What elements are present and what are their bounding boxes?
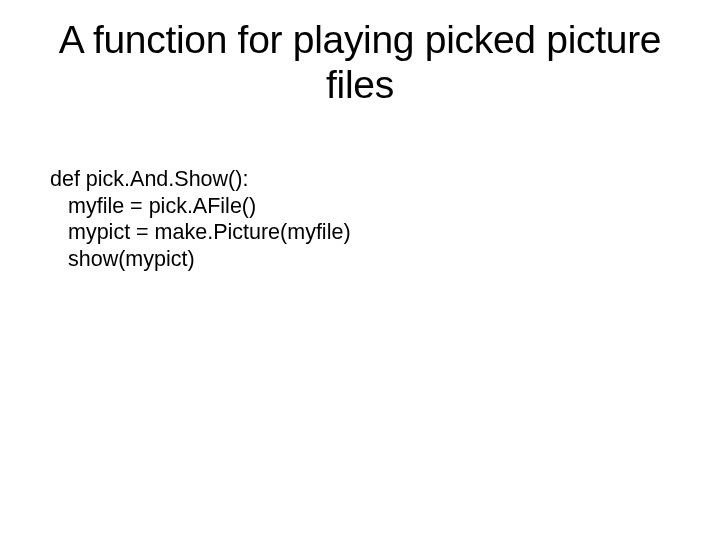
- code-line-show: show(mypict): [50, 246, 670, 273]
- code-block: def pick.And.Show(): myfile = pick.AFile…: [50, 166, 670, 274]
- code-line-mypict: mypict = make.Picture(myfile): [50, 219, 670, 246]
- code-line-def: def pick.And.Show():: [50, 166, 670, 193]
- slide-container: A function for playing picked picture fi…: [0, 0, 720, 540]
- slide-title: A function for playing picked picture fi…: [50, 18, 670, 108]
- code-line-myfile: myfile = pick.AFile(): [50, 193, 670, 220]
